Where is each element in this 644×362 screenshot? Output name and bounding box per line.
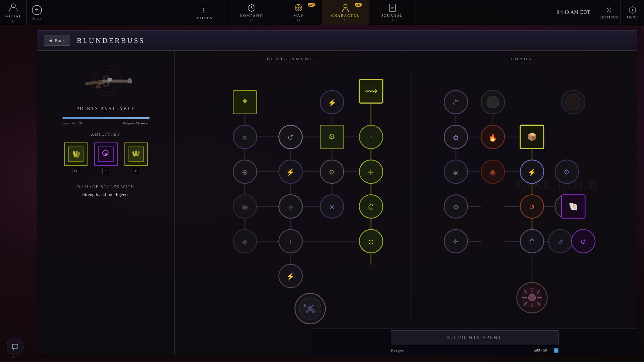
points-available-label: POINTS AVAILABLE xyxy=(76,106,135,112)
node-c1r3[interactable]: ⊕ xyxy=(233,160,257,183)
ability-f-key: F xyxy=(133,168,140,174)
chaos-node-r5c5-purple[interactable]: ↺ xyxy=(572,230,595,253)
chaos-node-r2c1[interactable]: ✿ xyxy=(444,125,468,148)
svg-text:🐚: 🐚 xyxy=(569,202,579,211)
journal-nav-item[interactable]: JOURNAL J xyxy=(369,0,416,25)
node-containment-bottom[interactable] xyxy=(295,293,325,324)
svg-text:⚡: ⚡ xyxy=(286,168,295,177)
svg-text:✿: ✿ xyxy=(453,134,459,141)
node-c3r3[interactable]: ⚙ xyxy=(320,160,344,183)
weapon-image: 0 xyxy=(72,61,140,101)
settings-button[interactable]: SETTINGS xyxy=(597,0,621,25)
node-c2r5b[interactable]: ◈ xyxy=(233,230,257,253)
svg-text:✦: ✦ xyxy=(241,97,249,107)
node-c3r4[interactable]: ✕ xyxy=(320,195,344,218)
chat-button[interactable] xyxy=(7,339,23,355)
chaos-node-r5c1[interactable]: ✛ xyxy=(444,230,468,253)
svg-text:⚡: ⚡ xyxy=(328,99,336,107)
character-label: CHARACTER xyxy=(331,13,360,17)
modes-icon xyxy=(200,5,209,15)
ability-f-icon[interactable] xyxy=(124,142,148,166)
node-c4r5[interactable]: ⊙ xyxy=(359,230,383,253)
mastered-label: Weapon Mastered xyxy=(123,121,149,125)
settings-icon xyxy=(605,6,613,14)
group-button[interactable]: + Group xyxy=(27,0,47,25)
character-icon xyxy=(341,3,350,12)
connector-lines xyxy=(245,91,371,276)
chaos-node-r3c1[interactable]: ◉ xyxy=(444,160,468,183)
journal-icon xyxy=(388,3,397,12)
ability-f-svg xyxy=(128,146,145,163)
chaos-node-r1c2[interactable] xyxy=(481,90,504,114)
svg-point-128 xyxy=(487,96,499,108)
node-c2r6[interactable]: ⚡ xyxy=(279,264,302,288)
ability-q-slot: Q xyxy=(64,142,88,174)
menu-button[interactable]: MENU xyxy=(621,0,644,25)
svg-point-130 xyxy=(566,94,581,110)
ability-q-svg xyxy=(67,146,84,163)
damage-value: Strength and Intelligence xyxy=(44,192,168,197)
node-c3r1[interactable]: ⚡ xyxy=(320,90,344,114)
svg-text:✕: ✕ xyxy=(329,203,335,211)
chaos-node-r1c1[interactable]: ⏱ xyxy=(444,90,468,114)
level-progress: Level 20 / 20 Weapon Mastered xyxy=(62,117,150,125)
chaos-node-r4c1[interactable]: ⚙ xyxy=(444,195,468,218)
svg-text:⚙: ⚙ xyxy=(328,132,335,141)
svg-point-124 xyxy=(312,305,314,306)
node-c1r4[interactable]: ◉ xyxy=(233,195,257,218)
progress-track xyxy=(62,117,150,119)
node-c2r5[interactable]: + xyxy=(279,230,302,253)
node-c4r1-main[interactable]: ⟿ xyxy=(359,79,383,103)
chaos-node-r4c5-purple[interactable]: 🐚 xyxy=(561,195,585,218)
level-label: Level 20 / 20 xyxy=(62,121,82,125)
chaos-node-r2c3-active[interactable]: 📦 xyxy=(520,125,544,148)
nav-center: MODES COMPANY G 294 MAP M 333 xyxy=(47,0,550,25)
node-c4r2[interactable]: ↑ xyxy=(359,125,383,148)
menu-icon xyxy=(629,6,637,14)
back-button[interactable]: ◀ Back xyxy=(44,36,70,46)
node-c4r3[interactable]: ✛ xyxy=(359,160,383,183)
no-points-button[interactable]: NO POINTS SPENT xyxy=(391,330,558,345)
panel-header: ◀ Back BLUNDERBUSS xyxy=(37,31,637,51)
node-c1r1[interactable]: ✦ xyxy=(233,90,257,114)
chaos-node-r4c3[interactable]: ↺ xyxy=(520,195,544,218)
node-c4r4[interactable]: ⏱ xyxy=(359,195,383,218)
svg-rect-32 xyxy=(135,150,137,156)
node-c2r4[interactable]: ⊘ xyxy=(279,195,302,218)
chaos-node-r3c2[interactable]: ◉ xyxy=(481,160,504,183)
node-c2r3[interactable]: ⚡ xyxy=(279,160,302,183)
svg-point-9 xyxy=(344,4,347,8)
abilities-title: ABILITIES xyxy=(44,132,168,137)
node-c3r2[interactable]: ⚙ xyxy=(320,125,344,148)
nav-right: 04:40 AM EDT SETTINGS MENU xyxy=(550,0,644,25)
modes-nav-item[interactable]: MODES xyxy=(181,0,228,25)
company-nav-item[interactable]: COMPANY G xyxy=(228,0,275,25)
map-icon xyxy=(294,3,303,12)
modes-label: MODES xyxy=(196,16,213,20)
social-nav-item[interactable]: SOCIAL O xyxy=(0,0,27,25)
svg-text:⚡: ⚡ xyxy=(528,168,536,177)
map-nav-item[interactable]: 294 MAP M xyxy=(275,0,322,25)
panel-title: BLUNDERBUSS xyxy=(77,36,145,45)
chaos-node-r5c4[interactable]: ↺ xyxy=(548,230,572,253)
node-c1r2[interactable]: ✕ xyxy=(233,125,257,148)
node-c2r2[interactable]: ↺ xyxy=(279,125,302,148)
character-nav-item[interactable]: 333 CHARACTER C xyxy=(322,0,369,25)
respec-bar: Respec 590 / 50 xyxy=(391,348,558,353)
svg-text:+: + xyxy=(289,238,293,246)
svg-text:⚙: ⚙ xyxy=(564,169,570,176)
back-arrow-icon: ◀ xyxy=(49,38,53,43)
ability-f-slot: F xyxy=(124,142,148,174)
svg-text:↺: ↺ xyxy=(558,239,563,246)
chaos-node-r1c4[interactable] xyxy=(561,90,585,114)
svg-text:📦: 📦 xyxy=(527,132,537,141)
ability-q-icon[interactable] xyxy=(64,142,88,166)
company-icon xyxy=(247,3,256,12)
ability-r-icon[interactable] xyxy=(94,142,118,166)
chaos-bottom-orb[interactable] xyxy=(517,283,547,313)
back-label: Back xyxy=(55,38,65,43)
chaos-node-r2c2[interactable]: 🔥 xyxy=(481,125,504,148)
chaos-node-r5c3[interactable]: ⏱ xyxy=(520,230,544,253)
progress-labels: Level 20 / 20 Weapon Mastered xyxy=(62,121,150,125)
left-sidebar: 0 xyxy=(37,51,175,355)
